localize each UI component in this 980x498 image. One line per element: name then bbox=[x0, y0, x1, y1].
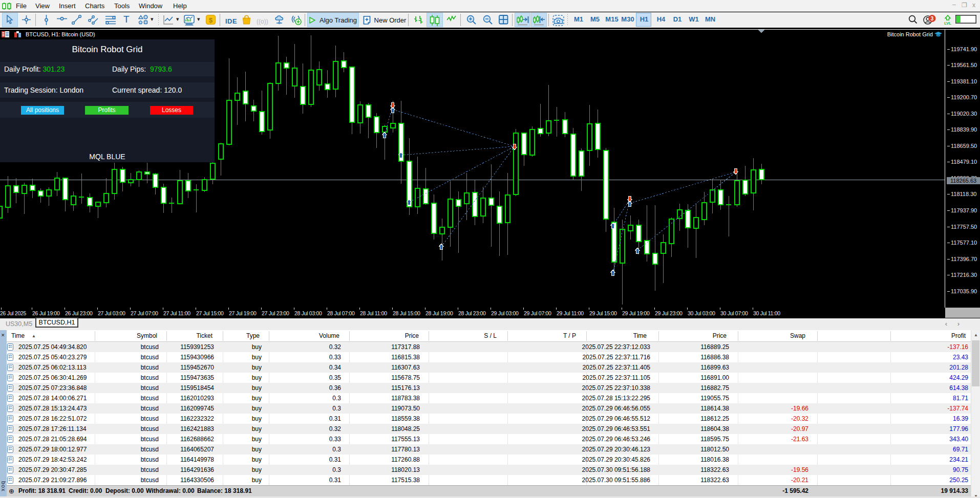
svg-text:LVL: LVL bbox=[944, 21, 951, 25]
svg-text:3: 3 bbox=[931, 15, 934, 21]
svg-text:$: $ bbox=[209, 16, 213, 24]
